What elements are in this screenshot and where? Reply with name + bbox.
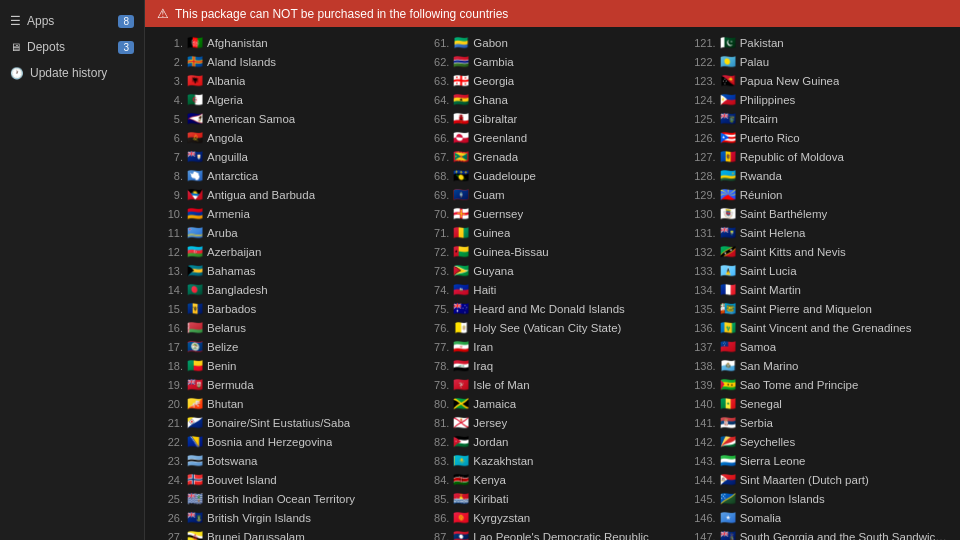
country-flag: 🇦🇲 <box>187 206 203 221</box>
country-flag: 🇻🇨 <box>720 320 736 335</box>
country-number: 20. <box>157 398 183 410</box>
country-name: Aland Islands <box>207 56 276 68</box>
country-name: Barbados <box>207 303 256 315</box>
country-name: Papua New Guinea <box>740 75 840 87</box>
country-name: Ghana <box>473 94 508 106</box>
country-number: 26. <box>157 512 183 524</box>
country-number: 18. <box>157 360 183 372</box>
list-item: 73.🇬🇾Guyana <box>419 261 685 280</box>
country-name: Aruba <box>207 227 238 239</box>
country-flag: 🇷🇸 <box>720 415 736 430</box>
list-item: 139.🇸🇹Sao Tome and Principe <box>686 375 952 394</box>
country-flag: 🇯🇲 <box>453 396 469 411</box>
list-item: 125.🇵🇳Pitcairn <box>686 109 952 128</box>
list-item: 64.🇬🇭Ghana <box>419 90 685 109</box>
country-number: 14. <box>157 284 183 296</box>
list-item: 27.🇧🇳Brunei Darussalam <box>153 527 419 540</box>
list-item: 78.🇮🇶Iraq <box>419 356 685 375</box>
country-number: 80. <box>423 398 449 410</box>
country-name: Seychelles <box>740 436 796 448</box>
country-number: 9. <box>157 189 183 201</box>
country-name: Somalia <box>740 512 782 524</box>
column-2: 61.🇬🇦Gabon62.🇬🇲Gambia63.🇬🇪Georgia64.🇬🇭Gh… <box>419 33 685 540</box>
list-item: 144.🇸🇽Sint Maarten (Dutch part) <box>686 470 952 489</box>
country-name: Kenya <box>473 474 506 486</box>
country-number: 68. <box>423 170 449 182</box>
list-item: 83.🇰🇿Kazakhstan <box>419 451 685 470</box>
list-item: 81.🇯🇪Jersey <box>419 413 685 432</box>
country-flag: 🇮🇷 <box>453 339 469 354</box>
list-item: 5.🇦🇸American Samoa <box>153 109 419 128</box>
list-item: 72.🇬🇼Guinea-Bissau <box>419 242 685 261</box>
country-number: 138. <box>690 360 716 372</box>
country-flag: 🇼🇸 <box>720 339 736 354</box>
country-flag: 🇵🇷 <box>720 130 736 145</box>
country-name: American Samoa <box>207 113 295 125</box>
country-number: 134. <box>690 284 716 296</box>
country-name: Lao People's Democratic Republic <box>473 531 648 541</box>
country-flag: 🇷🇼 <box>720 168 736 183</box>
columns: 1.🇦🇫Afghanistan2.🇦🇽Aland Islands3.🇦🇱Alba… <box>153 33 952 540</box>
country-name: Sao Tome and Principe <box>740 379 859 391</box>
country-number: 3. <box>157 75 183 87</box>
country-flag: 🇷🇪 <box>720 187 736 202</box>
apps-badge: 8 <box>118 15 134 28</box>
country-name: Antarctica <box>207 170 258 182</box>
country-name: South Georgia and the South Sandwich Isl… <box>740 531 948 541</box>
country-number: 16. <box>157 322 183 334</box>
country-name: Republic of Moldova <box>740 151 844 163</box>
sidebar-item-apps[interactable]: ☰ Apps 8 <box>0 8 144 34</box>
country-name: Haiti <box>473 284 496 296</box>
sidebar-item-update-history[interactable]: 🕐 Update history <box>0 60 144 86</box>
list-item: 121.🇵🇰Pakistan <box>686 33 952 52</box>
country-flag: 🇬🇸 <box>720 529 736 540</box>
country-number: 22. <box>157 436 183 448</box>
country-flag: 🇧🇼 <box>187 453 203 468</box>
country-flag: 🇸🇧 <box>720 491 736 506</box>
country-number: 124. <box>690 94 716 106</box>
country-flag: 🇰🇮 <box>453 491 469 506</box>
sidebar-apps-label: Apps <box>27 14 54 28</box>
country-flag: 🇦🇿 <box>187 244 203 259</box>
country-flag: 🇵🇼 <box>720 54 736 69</box>
country-name: Puerto Rico <box>740 132 800 144</box>
country-name: Belarus <box>207 322 246 334</box>
country-number: 145. <box>690 493 716 505</box>
country-flag: 🇬🇩 <box>453 149 469 164</box>
country-flag: 🇱🇨 <box>720 263 736 278</box>
country-flag: 🇦🇫 <box>187 35 203 50</box>
country-name: Brunei Darussalam <box>207 531 305 541</box>
sidebar-item-depots[interactable]: 🖥 Depots 3 <box>0 34 144 60</box>
country-number: 11. <box>157 227 183 239</box>
list-item: 17.🇧🇿Belize <box>153 337 419 356</box>
country-name: Guam <box>473 189 504 201</box>
country-name: San Marino <box>740 360 799 372</box>
country-name: Isle of Man <box>473 379 529 391</box>
country-number: 62. <box>423 56 449 68</box>
country-number: 147. <box>690 531 716 541</box>
country-name: Pitcairn <box>740 113 778 125</box>
country-flag: 🇲🇫 <box>720 282 736 297</box>
country-number: 27. <box>157 531 183 541</box>
country-name: Saint Martin <box>740 284 801 296</box>
country-flag: 🇧🇾 <box>187 320 203 335</box>
list-item: 63.🇬🇪Georgia <box>419 71 685 90</box>
country-list-container[interactable]: 1.🇦🇫Afghanistan2.🇦🇽Aland Islands3.🇦🇱Alba… <box>145 27 960 540</box>
list-item: 129.🇷🇪Réunion <box>686 185 952 204</box>
list-item: 66.🇬🇱Greenland <box>419 128 685 147</box>
country-name: Anguilla <box>207 151 248 163</box>
list-item: 25.🇮🇴British Indian Ocean Territory <box>153 489 419 508</box>
country-number: 132. <box>690 246 716 258</box>
sidebar: ☰ Apps 8 🖥 Depots 3 🕐 Update history <box>0 0 145 540</box>
warning-icon: ⚠ <box>157 6 169 21</box>
country-number: 17. <box>157 341 183 353</box>
country-number: 82. <box>423 436 449 448</box>
list-item: 19.🇧🇲Bermuda <box>153 375 419 394</box>
country-number: 8. <box>157 170 183 182</box>
depots-badge: 3 <box>118 41 134 54</box>
country-flag: 🇧🇿 <box>187 339 203 354</box>
country-number: 79. <box>423 379 449 391</box>
list-item: 65.🇬🇮Gibraltar <box>419 109 685 128</box>
country-name: Gibraltar <box>473 113 517 125</box>
list-item: 84.🇰🇪Kenya <box>419 470 685 489</box>
